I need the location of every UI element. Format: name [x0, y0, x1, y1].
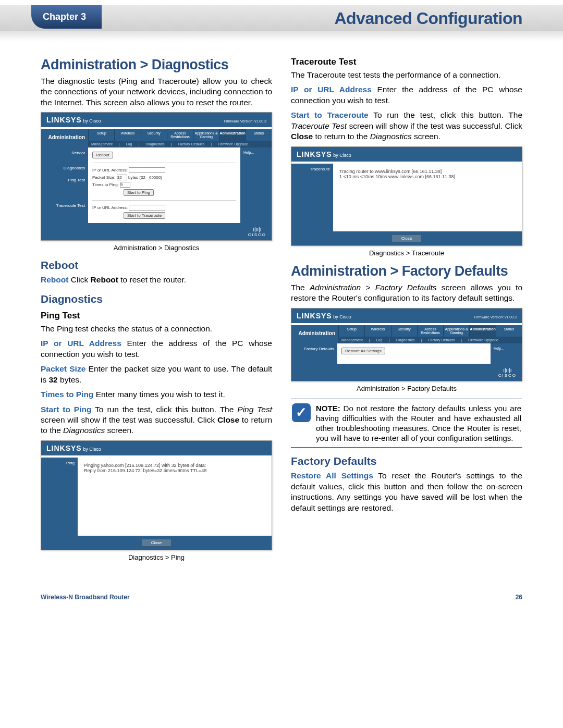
- mock-tab: Setup: [88, 129, 114, 141]
- traceroute-intro: The Traceroute test tests the performanc…: [291, 70, 522, 80]
- content-columns: Administration > Diagnostics The diagnos…: [0, 41, 563, 567]
- packet-size-text: Packet Size Enter the packet size you wa…: [41, 364, 272, 385]
- caption-factory-defaults: Administration > Factory Defaults: [291, 385, 522, 392]
- note-box: ✓ NOTE: Do not restore the factory defau…: [291, 399, 522, 448]
- header-shadow: [0, 31, 563, 41]
- diagnostics-intro: The diagnostic tests (Ping and Tracerout…: [41, 76, 272, 108]
- cisco-logo: CISCO: [498, 367, 517, 378]
- traceroute-screenshot: LINKSYS by Cisco Traceroute Tracing rout…: [291, 146, 522, 246]
- mock-close-button: Close: [141, 539, 172, 547]
- mock-restore-all-button: Restore All Settings: [341, 348, 385, 354]
- section-title-diagnostics: Administration > Diagnostics: [41, 57, 272, 73]
- ping-intro: The Ping test checks the status of a con…: [41, 324, 272, 334]
- mock-close-button: Close: [391, 235, 422, 242]
- note-text: NOTE: Do not restore the factory default…: [316, 403, 521, 443]
- factory-defaults-screenshot: LINKSYS by Cisco Firmware Version: v1.00…: [291, 308, 522, 381]
- footer-page-number: 26: [516, 594, 522, 601]
- chapter-tab: Chapter 3: [31, 5, 102, 29]
- caption-ping: Diagnostics > Ping: [41, 553, 272, 561]
- diagnostics-heading: Diagnostics: [41, 293, 272, 305]
- traceroute-ip-text: IP or URL Address Enter the address of t…: [291, 84, 522, 106]
- page-footer: Wireless-N Broadband Router 26: [41, 594, 522, 601]
- cisco-logo: CISCO: [248, 227, 266, 237]
- mock-tab: Access Restrictions: [167, 129, 193, 141]
- page-header: Chapter 3 Advanced Configuration: [0, 5, 563, 31]
- section-title-factory-defaults: Administration > Factory Defaults: [291, 263, 522, 279]
- mock-tab: Security: [141, 129, 167, 141]
- start-to-ping-text: Start to Ping To run the test, click thi…: [41, 404, 272, 436]
- caption-diagnostics: Administration > Diagnostics: [41, 244, 272, 252]
- mock-side-title: Administration: [41, 129, 88, 147]
- ip-address-text: IP or URL Address Enter the address of t…: [41, 338, 272, 360]
- mock-brand: LINKSYS: [46, 116, 82, 124]
- mock-tab: Status: [246, 129, 272, 141]
- start-traceroute-text: Start to Traceroute To run the test, cli…: [291, 110, 522, 142]
- footer-product: Wireless-N Broadband Router: [41, 594, 130, 601]
- reboot-text: Reboot Click Reboot to reset the router.: [41, 275, 272, 285]
- times-to-ping-text: Times to Ping Enter many times you wish …: [41, 389, 272, 400]
- factory-defaults-heading: Factory Defaults: [291, 455, 522, 467]
- mock-tab: Wireless: [114, 129, 140, 141]
- mock-firmware: Firmware Version: v1.00.3: [224, 119, 266, 123]
- factory-defaults-intro: The Administration > Factory Defaults sc…: [291, 282, 522, 304]
- mock-reboot-button: Reboot: [92, 152, 113, 158]
- left-column: Administration > Diagnostics The diagnos…: [41, 57, 272, 567]
- mock-tab-active: Administration: [219, 129, 245, 141]
- reboot-heading: Reboot: [41, 259, 272, 272]
- traceroute-heading: Traceroute Test: [291, 57, 522, 67]
- mock-tab: Applications & Gaming: [193, 129, 219, 141]
- page: Chapter 3 Advanced Configuration Adminis…: [0, 5, 563, 622]
- ping-test-heading: Ping Test: [41, 311, 272, 321]
- restore-all-settings-text: Restore All Settings To reset the Router…: [291, 471, 522, 513]
- right-column: Traceroute Test The Traceroute test test…: [291, 57, 522, 567]
- diagnostics-screenshot: LINKSYS by Cisco Firmware Version: v1.00…: [41, 112, 272, 241]
- checkmark-icon: ✓: [292, 403, 311, 422]
- ping-screenshot: LINKSYS by Cisco Ping Pinging yahoo.com …: [41, 440, 272, 550]
- mock-start-traceroute-button: Start to Traceroute: [124, 212, 165, 219]
- mock-start-ping-button: Start to Ping: [124, 189, 154, 196]
- caption-traceroute: Diagnostics > Traceroute: [291, 249, 522, 257]
- header-title: Advanced Configuration: [334, 9, 522, 28]
